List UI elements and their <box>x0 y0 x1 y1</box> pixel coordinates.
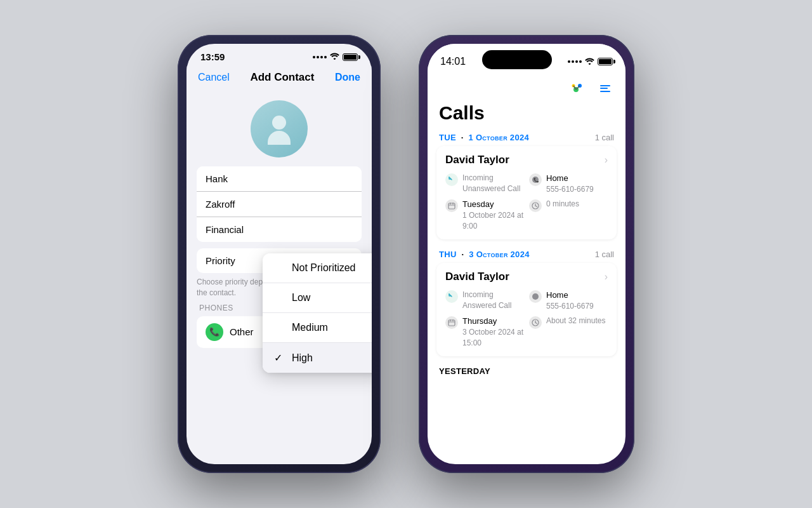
form-row-company: Financial <box>197 217 362 242</box>
call-type-2: IncomingAnswered Call <box>445 290 524 312</box>
status-bar-right: 14:01 <box>428 44 625 76</box>
priority-label: Priority <box>206 255 235 266</box>
home-phone-1: 📞 Home 555-610-6679 <box>529 173 608 195</box>
svg-rect-7 <box>449 203 455 209</box>
chevron-right-2-icon: › <box>605 271 608 283</box>
svg-rect-15 <box>449 320 455 326</box>
call-date-1: Tuesday 1 October 2024 at9:00 <box>445 199 524 232</box>
battery-right-icon <box>598 58 613 65</box>
form-row-firstname: Hank <box>197 166 362 192</box>
day-abbr-2: THU <box>439 250 457 259</box>
date-label-1: TUE · 1 October 2024 <box>439 133 529 142</box>
call-card-2: David Taylor › Incom <box>436 263 617 356</box>
dropdown-label-medium: Medium <box>292 322 328 333</box>
avatar-section <box>187 90 372 166</box>
date-text-2: 3 October 2024 <box>469 250 530 259</box>
duration-icon-2 <box>529 316 542 329</box>
app-icon-button[interactable] <box>567 78 587 98</box>
status-icons-left <box>313 52 358 62</box>
date-count-1: 1 call <box>595 133 614 142</box>
right-screen: 14:01 <box>428 44 625 464</box>
contact-name-1[interactable]: David Taylor <box>445 154 509 166</box>
duration-icon-1 <box>529 199 542 212</box>
call-duration-2: About 32 minutes <box>529 316 608 349</box>
calls-list: TUE · 1 October 2024 1 call David Taylor… <box>428 130 625 464</box>
home-phone-icon: 📞 <box>529 173 542 186</box>
dropdown-label-low: Low <box>292 292 310 304</box>
incoming-call-icon <box>445 173 458 186</box>
last-name-value: Zakroff <box>206 199 235 210</box>
chevron-right-1-icon: › <box>605 154 608 166</box>
nav-bar: Cancel Add Contact Done <box>187 66 372 90</box>
first-name-value: Hank <box>206 173 228 184</box>
phone-label-2: Home 555-610-6679 <box>546 290 594 312</box>
wifi-icon <box>330 52 339 62</box>
call-date-2: Thursday 3 October 2024 at15:00 <box>445 316 524 349</box>
calls-header-icons <box>428 76 625 100</box>
call-type-text-1: IncomingUnanswered Call <box>462 173 520 194</box>
dropdown-item-high[interactable]: ✓ High <box>263 343 372 373</box>
left-phone: 13:59 <box>178 35 381 473</box>
status-bar-left: 13:59 <box>187 44 372 66</box>
filter-icon-button[interactable] <box>595 78 615 98</box>
done-button[interactable]: Done <box>335 72 360 83</box>
svg-line-13 <box>535 206 537 207</box>
call-card-header-2: David Taylor › <box>445 271 608 283</box>
home-phone-2: Home 555-610-6679 <box>529 290 608 312</box>
date-label-2: THU · 3 October 2024 <box>439 250 530 259</box>
svg-point-14 <box>532 293 539 300</box>
filter-lines-icon <box>600 85 610 92</box>
company-value: Financial <box>206 224 244 235</box>
dropdown-item-low[interactable]: Low <box>263 283 372 313</box>
phone-icon: 📞 <box>206 323 223 341</box>
call-duration-text-1: 0 minutes <box>546 199 579 210</box>
phone-type: Other <box>230 326 254 337</box>
cancel-button[interactable]: Cancel <box>198 72 230 83</box>
svg-text:📞: 📞 <box>534 177 539 183</box>
dropdown-label-high: High <box>292 352 313 364</box>
avatar[interactable] <box>251 100 308 157</box>
incoming-answered-icon <box>445 290 458 303</box>
call-date-text-1: Tuesday 1 October 2024 at9:00 <box>462 199 523 232</box>
avatar-person-icon <box>263 113 295 145</box>
svg-line-21 <box>535 323 537 324</box>
signal-dots-right-icon <box>568 60 582 63</box>
call-details-2: IncomingAnswered Call Home 55 <box>445 290 608 349</box>
form-row-lastname: Zakroff <box>197 192 362 217</box>
day-abbr-1: TUE <box>439 133 456 142</box>
time-left: 13:59 <box>200 51 225 62</box>
left-screen: 13:59 <box>187 44 372 464</box>
dynamic-island <box>482 50 552 69</box>
checkmark-high: ✓ <box>274 352 285 364</box>
form-fields: Hank Zakroff Financial <box>197 166 362 242</box>
phone-type-label: 📞 Other <box>206 323 254 341</box>
call-card-header-1: David Taylor › <box>445 154 608 166</box>
contact-name-2[interactable]: David Taylor <box>445 271 509 283</box>
dropdown-item-not-prioritized[interactable]: Not Prioritized <box>263 253 372 283</box>
wifi-right-icon <box>585 57 594 67</box>
call-details-1: IncomingUnanswered Call 📞 <box>445 173 608 232</box>
yesterday-label: YESTERDAY <box>436 364 617 376</box>
phone-label-1: Home 555-610-6679 <box>546 173 594 195</box>
calendar-icon-1 <box>445 199 458 212</box>
date-header-2: THU · 3 October 2024 1 call <box>436 247 617 263</box>
status-icons-right <box>568 57 613 67</box>
calendar-icon-2 <box>445 316 458 329</box>
call-date-text-2: Thursday 3 October 2024 at15:00 <box>462 316 523 349</box>
date-header-1: TUE · 1 October 2024 1 call <box>436 130 617 146</box>
date-count-2: 1 call <box>595 250 614 259</box>
time-right: 14:01 <box>440 56 466 67</box>
date-text-1: 1 October 2024 <box>468 133 529 142</box>
call-duration-text-2: About 32 minutes <box>546 316 605 326</box>
call-type-text-2: IncomingAnswered Call <box>462 290 511 311</box>
call-duration-1: 0 minutes <box>529 199 608 232</box>
home-phone-icon-2 <box>529 290 542 303</box>
calls-title: Calls <box>428 100 625 130</box>
dropdown-label-not-prioritized: Not Prioritized <box>292 262 355 274</box>
priority-dropdown: Not Prioritized Low Medium ✓ High <box>263 253 372 373</box>
nav-title: Add Contact <box>250 71 314 84</box>
right-phone: 14:01 <box>419 35 634 473</box>
signal-dots-icon <box>313 56 327 58</box>
dropdown-item-medium[interactable]: Medium <box>263 313 372 343</box>
battery-icon <box>343 53 358 61</box>
